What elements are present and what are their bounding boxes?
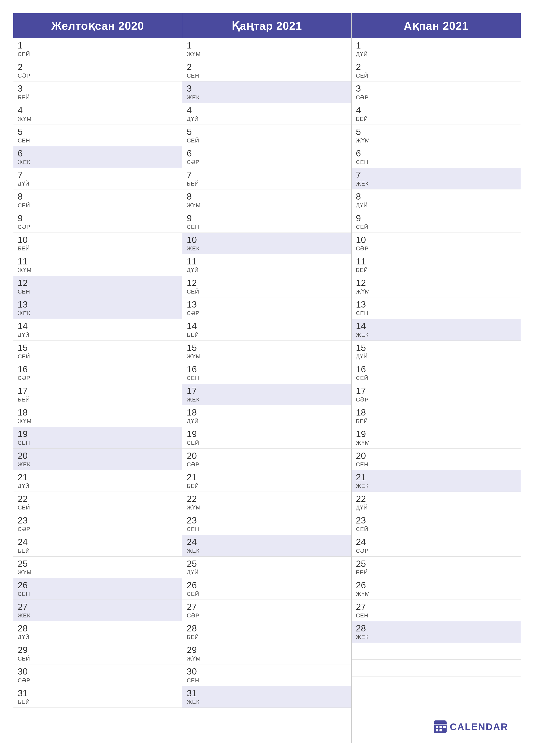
day-number-january-2021-11: 11 — [187, 256, 347, 266]
day-row-january-2021-16: 16СЕН — [182, 362, 351, 384]
day-name-january-2021-19: СЕЙ — [187, 440, 347, 446]
day-number-january-2021-22: 22 — [187, 494, 347, 504]
day-row-february-2021-4: 4БЕЙ — [352, 103, 521, 125]
day-number-january-2021-1: 1 — [187, 40, 347, 50]
day-name-january-2021-27: СӘР — [187, 612, 347, 619]
day-number-december-2020-7: 7 — [18, 170, 178, 180]
day-number-february-2021-6: 6 — [356, 148, 516, 158]
day-row-february-2021-17: 17СӘР — [352, 384, 521, 405]
day-row-february-2021-12: 12ЖҮМ — [352, 276, 521, 297]
day-row-february-2021-25: 25БЕЙ — [352, 557, 521, 578]
day-number-january-2021-24: 24 — [187, 537, 347, 547]
day-row-december-2020-1: 1СЕЙ — [13, 39, 182, 60]
day-name-february-2021-17: СӘР — [356, 396, 516, 403]
day-number-january-2021-18: 18 — [187, 408, 347, 418]
day-name-december-2020-25: ЖҮМ — [18, 569, 178, 576]
day-name-february-2021-5: ЖҮМ — [356, 137, 516, 144]
day-number-december-2020-9: 9 — [18, 213, 178, 223]
day-row-december-2020-14: 14ДҮЙ — [13, 319, 182, 340]
empty-row-february-2021-30 — [352, 676, 521, 693]
day-name-february-2021-11: БЕЙ — [356, 267, 516, 274]
day-name-february-2021-14: ЖЕК — [356, 332, 516, 338]
day-name-february-2021-27: СЕН — [356, 612, 516, 619]
day-name-february-2021-22: ДҮЙ — [356, 504, 516, 511]
day-row-december-2020-8: 8СЕЙ — [13, 189, 182, 211]
day-name-february-2021-26: ЖҮМ — [356, 591, 516, 597]
day-name-december-2020-5: СЕН — [18, 137, 178, 144]
day-name-january-2021-6: СӘР — [187, 159, 347, 166]
day-row-february-2021-18: 18БЕЙ — [352, 405, 521, 427]
day-row-december-2020-5: 5СЕН — [13, 125, 182, 146]
day-name-december-2020-4: ЖҮМ — [18, 116, 178, 122]
day-name-january-2021-7: БЕЙ — [187, 180, 347, 187]
day-row-december-2020-2: 2СӘР — [13, 60, 182, 81]
day-row-december-2020-27: 27ЖЕК — [13, 600, 182, 621]
day-name-january-2021-26: СЕЙ — [187, 591, 347, 597]
day-number-december-2020-24: 24 — [18, 537, 178, 547]
empty-row-february-2021-29 — [352, 660, 521, 676]
day-name-january-2021-1: ЖҮМ — [187, 51, 347, 58]
day-number-february-2021-20: 20 — [356, 451, 516, 461]
day-row-february-2021-10: 10СӘР — [352, 233, 521, 254]
day-name-february-2021-15: ДҮЙ — [356, 353, 516, 360]
day-number-december-2020-31: 31 — [18, 688, 178, 698]
day-name-december-2020-31: БЕЙ — [18, 699, 178, 705]
day-name-february-2021-3: СӘР — [356, 94, 516, 101]
day-row-december-2020-11: 11ЖҮМ — [13, 254, 182, 276]
month-header-december-2020: Желтоқсан 2020 — [13, 14, 182, 39]
day-name-december-2020-1: СЕЙ — [18, 51, 178, 58]
day-name-february-2021-16: СЕЙ — [356, 375, 516, 381]
day-number-january-2021-20: 20 — [187, 451, 347, 461]
day-row-january-2021-5: 5СЕЙ — [182, 125, 351, 146]
day-row-december-2020-28: 28ДҮЙ — [13, 621, 182, 643]
day-number-january-2021-15: 15 — [187, 343, 347, 353]
day-number-december-2020-16: 16 — [18, 364, 178, 374]
day-number-december-2020-19: 19 — [18, 429, 178, 439]
day-name-december-2020-9: СӘР — [18, 224, 178, 230]
day-number-december-2020-30: 30 — [18, 666, 178, 676]
logo-text: CALENDAR — [450, 721, 508, 732]
day-name-february-2021-10: СӘР — [356, 245, 516, 252]
day-number-december-2020-23: 23 — [18, 516, 178, 526]
day-name-december-2020-30: СӘР — [18, 677, 178, 684]
day-row-december-2020-24: 24БЕЙ — [13, 535, 182, 556]
day-name-january-2021-18: ДҮЙ — [187, 418, 347, 424]
day-number-february-2021-4: 4 — [356, 105, 516, 115]
day-number-february-2021-5: 5 — [356, 127, 516, 137]
day-name-december-2020-27: ЖЕК — [18, 612, 178, 619]
day-number-january-2021-17: 17 — [187, 386, 347, 396]
day-row-january-2021-27: 27СӘР — [182, 600, 351, 621]
day-number-january-2021-23: 23 — [187, 516, 347, 526]
day-name-january-2021-20: СӘР — [187, 461, 347, 468]
day-name-december-2020-6: ЖЕК — [18, 159, 178, 166]
day-row-february-2021-23: 23СЕЙ — [352, 513, 521, 535]
day-row-december-2020-16: 16СӘР — [13, 362, 182, 384]
day-name-december-2020-19: СЕН — [18, 440, 178, 446]
day-number-february-2021-2: 2 — [356, 62, 516, 72]
day-number-february-2021-3: 3 — [356, 84, 516, 94]
day-name-december-2020-26: СЕН — [18, 591, 178, 597]
day-number-december-2020-3: 3 — [18, 84, 178, 94]
day-number-december-2020-18: 18 — [18, 408, 178, 418]
day-number-february-2021-14: 14 — [356, 321, 516, 331]
day-name-january-2021-16: СЕН — [187, 375, 347, 381]
day-name-december-2020-3: БЕЙ — [18, 94, 178, 101]
day-name-december-2020-28: ДҮЙ — [18, 634, 178, 640]
day-name-february-2021-9: СЕЙ — [356, 224, 516, 230]
day-name-february-2021-21: ЖЕК — [356, 483, 516, 489]
day-row-january-2021-9: 9СЕН — [182, 211, 351, 233]
day-row-february-2021-13: 13СЕН — [352, 297, 521, 319]
day-row-february-2021-5: 5ЖҮМ — [352, 125, 521, 146]
day-number-february-2021-11: 11 — [356, 256, 516, 266]
day-row-february-2021-3: 3СӘР — [352, 81, 521, 103]
day-row-december-2020-22: 22СЕЙ — [13, 492, 182, 513]
day-name-december-2020-23: СӘР — [18, 526, 178, 532]
calendar-page: Желтоқсан 20201СЕЙ2СӘР3БЕЙ4ЖҮМ5СЕН6ЖЕК7Д… — [0, 0, 534, 756]
day-row-january-2021-7: 7БЕЙ — [182, 168, 351, 189]
day-row-february-2021-2: 2СЕЙ — [352, 60, 521, 81]
day-row-february-2021-24: 24СӘР — [352, 535, 521, 556]
day-name-january-2021-15: ЖҮМ — [187, 353, 347, 360]
day-name-december-2020-29: СЕЙ — [18, 655, 178, 662]
day-number-february-2021-28: 28 — [356, 623, 516, 634]
day-number-february-2021-15: 15 — [356, 343, 516, 353]
